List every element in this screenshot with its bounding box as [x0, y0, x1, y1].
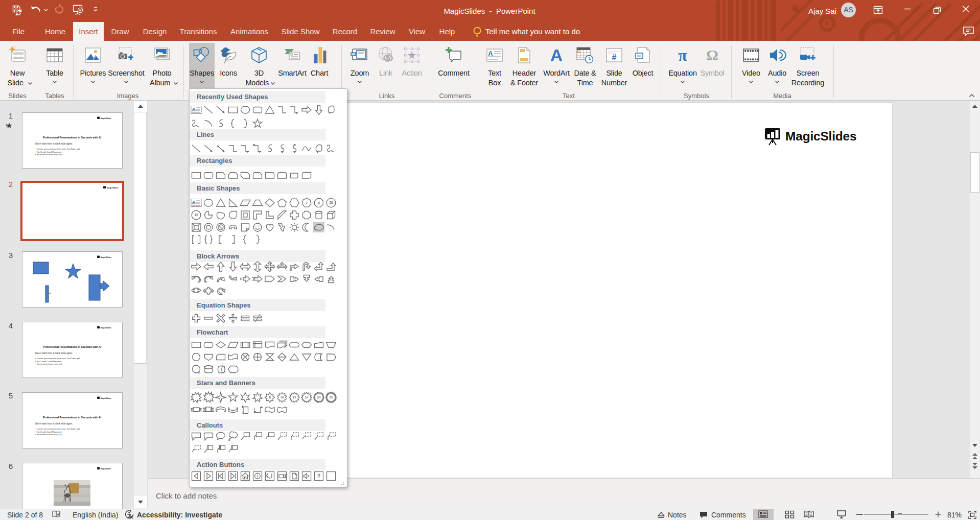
svg-text:12: 12: [293, 395, 296, 399]
svg-text:24: 24: [317, 395, 321, 399]
svg-text:10: 10: [281, 395, 284, 399]
svg-text:MagicSlides: MagicSlides: [101, 117, 111, 120]
svg-text:#: #: [612, 53, 617, 62]
svg-text:8: 8: [269, 395, 271, 399]
svg-text:MagicSlides: MagicSlides: [101, 468, 111, 470]
svg-text:16: 16: [305, 395, 309, 399]
svg-text:MagicSlides: MagicSlides: [785, 129, 856, 143]
svg-text:π: π: [678, 46, 687, 64]
svg-text:A: A: [550, 46, 563, 64]
svg-text:7: 7: [306, 201, 308, 205]
svg-text:i: i: [257, 474, 258, 479]
svg-text:?: ?: [317, 473, 321, 479]
svg-text:MagicSlides: MagicSlides: [107, 186, 119, 189]
svg-text:MagicSlides: MagicSlides: [101, 327, 111, 329]
svg-text:8: 8: [318, 201, 320, 205]
svg-text:12: 12: [194, 213, 198, 217]
svg-text:32: 32: [330, 395, 333, 399]
svg-text:10: 10: [329, 201, 333, 204]
svg-text:MagicSlides: MagicSlides: [101, 397, 111, 399]
svg-text:Ω: Ω: [706, 46, 718, 63]
